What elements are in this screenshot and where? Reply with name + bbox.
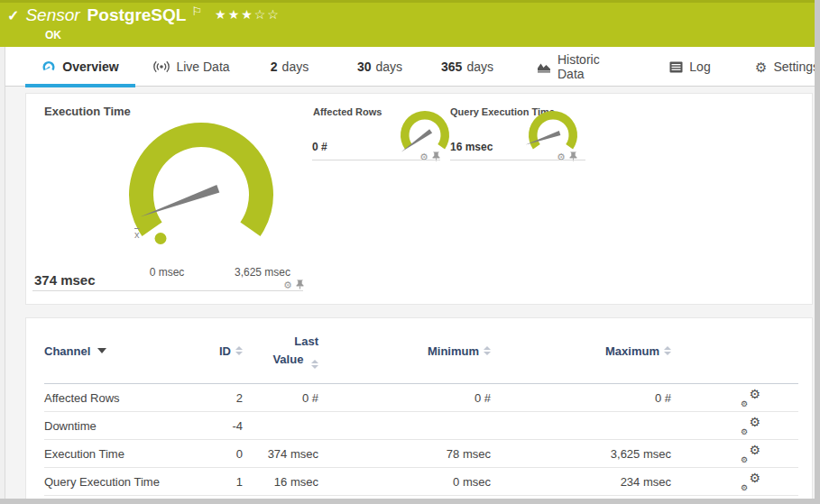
tab-365-days[interactable]: 365 days <box>435 47 500 87</box>
table-row-affected-rows: Affected Rows 2 0 # 0 # 0 # ⚙⚙ <box>44 384 798 412</box>
channel-name: Execution Time <box>44 447 216 461</box>
frame-right-edge <box>815 0 820 504</box>
active-tab-underline <box>25 84 135 87</box>
sort-icon <box>484 346 491 355</box>
channel-last-value: 16 msec <box>243 475 318 489</box>
tab-bar: Overview Live Data 2 days 30 days <box>0 47 820 87</box>
tab-historic-data[interactable]: Historic Data <box>537 47 629 87</box>
channels-table: Channel ID Last Value Minimum <box>44 318 798 496</box>
execution-time-gauge <box>111 105 291 285</box>
table-row-query-execution-time: Query Execution Time 1 16 msec 0 msec 23… <box>44 468 798 496</box>
query-execution-time-gauge <box>517 99 589 171</box>
gear-icon: ⚙ <box>755 60 767 74</box>
channels-table-panel: Channel ID Last Value Minimum <box>25 317 813 504</box>
column-header-maximum[interactable]: Maximum <box>491 344 671 358</box>
channel-maximum: 3,625 msec <box>491 447 671 461</box>
table-row-downtime: Downtime -4 ⚙⚙ <box>44 412 798 440</box>
gear-icon[interactable]: ⚙ <box>283 280 292 290</box>
channel-id: -4 <box>216 419 243 433</box>
tab-log[interactable]: Log <box>663 47 717 87</box>
channel-settings-gears-icon[interactable]: ⚙⚙ <box>741 417 760 435</box>
gauges-panel: Execution Time x 0 msec 3,625 msec 374 m… <box>25 93 813 305</box>
channel-maximum: 234 msec <box>491 475 671 489</box>
gauge-icon <box>41 60 56 74</box>
sensor-name: PostgreSQL <box>88 5 187 25</box>
table-header-row: Channel ID Last Value Minimum <box>44 318 798 384</box>
tab-settings[interactable]: ⚙ Settings <box>749 47 820 87</box>
sort-caret-icon <box>97 348 106 353</box>
channel-name: Affected Rows <box>44 391 216 405</box>
column-header-last-value[interactable]: Last Value <box>243 333 318 369</box>
table-row-execution-time: Execution Time 0 374 msec 78 msec 3,625 … <box>44 440 798 468</box>
channel-id: 2 <box>216 391 243 405</box>
affected-rows-value: 0 # <box>312 141 327 153</box>
priority-star-rating[interactable]: ★★★☆☆ <box>215 7 281 22</box>
channel-settings-gears-icon[interactable]: ⚙⚙ <box>741 472 760 490</box>
flag-icon[interactable]: ⚐ <box>191 5 202 18</box>
channel-name: Downtime <box>44 419 216 433</box>
column-header-minimum[interactable]: Minimum <box>318 344 491 358</box>
tab-2-days[interactable]: 2 days <box>262 47 318 87</box>
channel-last-value: 0 # <box>243 391 318 405</box>
log-icon <box>669 61 683 73</box>
status-check-icon: ✓ <box>7 7 19 24</box>
sort-icon <box>664 346 671 355</box>
column-header-channel[interactable]: Channel <box>44 344 216 358</box>
column-header-id[interactable]: ID <box>216 344 243 358</box>
sensor-type-label: Sensor <box>25 5 79 25</box>
channel-name: Query Execution Time <box>44 475 216 489</box>
gauge-scale-min: 0 msec <box>126 266 207 279</box>
channel-id: 0 <box>216 447 243 461</box>
tab-30-days[interactable]: 30 days <box>347 47 412 87</box>
frame-bottom-edge <box>0 499 820 504</box>
average-marker-label: x <box>134 229 140 240</box>
tab-live-data[interactable]: Live Data <box>149 47 235 87</box>
sort-icon <box>311 360 318 369</box>
live-data-icon <box>153 60 170 73</box>
pin-icon[interactable] <box>432 149 440 165</box>
tab-overview[interactable]: Overview <box>25 47 135 87</box>
query-execution-time-value: 16 msec <box>450 141 493 153</box>
status-badge: OK <box>45 29 61 41</box>
channel-id: 1 <box>216 475 243 489</box>
prtg-sensor-page: ✓ Sensor PostgreSQL ⚐ ★★★☆☆ OK Overview <box>0 0 820 504</box>
channel-last-value: 374 msec <box>243 447 318 461</box>
channel-minimum: 0 msec <box>318 475 491 489</box>
execution-time-value: 374 msec <box>34 272 96 288</box>
channel-minimum: 78 msec <box>318 447 491 461</box>
sort-icon <box>235 346 243 355</box>
sensor-header: ✓ Sensor PostgreSQL ⚐ ★★★☆☆ OK <box>0 0 820 47</box>
channel-settings-gears-icon[interactable]: ⚙⚙ <box>741 444 760 463</box>
historic-chart-icon <box>537 60 551 73</box>
gauge-title-affected-rows: Affected Rows <box>313 106 382 117</box>
channel-minimum: 0 # <box>318 391 491 405</box>
frame-left-edge <box>0 47 5 504</box>
pin-icon[interactable] <box>569 149 577 165</box>
channel-settings-gears-icon[interactable]: ⚙⚙ <box>741 389 760 407</box>
channel-maximum: 0 # <box>491 391 671 405</box>
